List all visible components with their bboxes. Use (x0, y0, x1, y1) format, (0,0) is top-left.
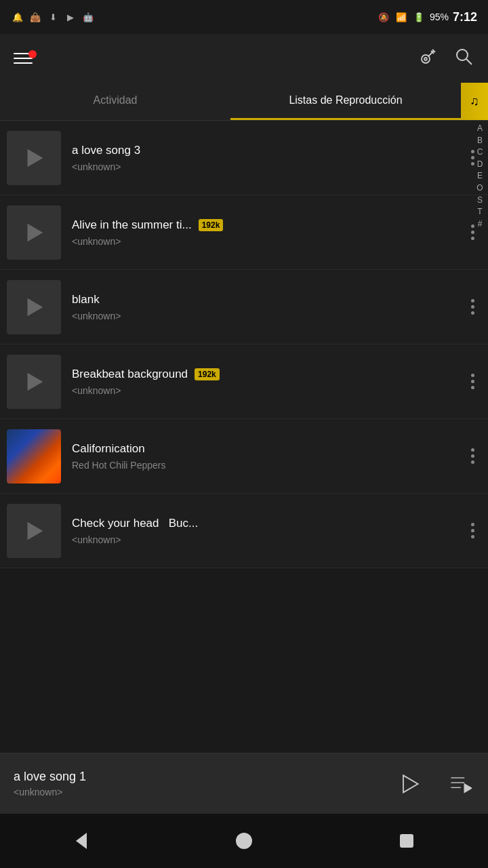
song-thumbnail (7, 355, 61, 409)
battery-percent: 95% (430, 12, 449, 22)
tab-actividad[interactable]: Actividad (0, 83, 230, 120)
list-item[interactable]: a love song 3 <unknown> (0, 121, 488, 195)
song-artist: <unknown> (72, 161, 464, 172)
song-artist: <unknown> (72, 236, 464, 247)
song-info: Californication Red Hot Chili Peppers (72, 442, 464, 471)
guitar-icon[interactable] (418, 45, 439, 72)
alphabet-index: A B C D E O S T # (472, 121, 488, 232)
home-button[interactable] (224, 821, 264, 861)
media-icon: ▶ (64, 10, 77, 24)
battery-icon: 🔋 (412, 10, 426, 24)
download-icon: ⬇ (46, 10, 60, 24)
svg-marker-8 (28, 223, 43, 241)
song-title: Californication (72, 442, 145, 456)
song-thumbnail (7, 131, 61, 185)
svg-marker-17 (76, 833, 87, 849)
quality-badge: 192k (195, 368, 220, 380)
tab-listas[interactable]: Listas de Reproducción (230, 83, 461, 120)
song-info: a love song 3 <unknown> (72, 144, 464, 172)
search-icon[interactable] (453, 45, 474, 72)
notification-dot (28, 50, 37, 58)
svg-point-5 (457, 50, 468, 60)
song-title: a love song 3 (72, 144, 140, 157)
status-icons: 🔔 👜 ⬇ ▶ 🤖 (11, 10, 95, 24)
mute-icon: 🔕 (377, 10, 390, 24)
song-info: Check your head Buc... <unknown> (72, 517, 464, 545)
player-controls (394, 769, 474, 799)
song-info: blank <unknown> (72, 293, 464, 321)
nav-bar (0, 814, 488, 868)
svg-line-6 (466, 59, 472, 64)
notification-icon: 🔔 (11, 10, 24, 24)
svg-rect-19 (401, 835, 413, 847)
top-bar-actions (418, 45, 474, 72)
bottom-player: a love song 1 <unknown> (0, 753, 488, 814)
alpha-hash[interactable]: # (478, 219, 483, 230)
list-item[interactable]: blank <unknown> (0, 270, 488, 344)
song-thumbnail (7, 205, 61, 260)
alpha-t[interactable]: T (477, 207, 482, 218)
status-right: 🔕 📶 🔋 95% 7:12 (377, 10, 477, 24)
alpha-d[interactable]: D (477, 159, 483, 170)
svg-marker-12 (403, 775, 418, 792)
song-title: Breakbeat background (72, 368, 188, 381)
svg-point-18 (237, 833, 251, 848)
svg-marker-9 (28, 298, 43, 316)
song-artist: <unknown> (72, 534, 464, 545)
alpha-c[interactable]: C (477, 147, 483, 158)
alpha-a[interactable]: A (477, 123, 483, 134)
tabs: Actividad Listas de Reproducción ♫ (0, 83, 488, 121)
back-button[interactable] (61, 821, 102, 861)
player-info: a love song 1 <unknown> (14, 770, 394, 797)
more-button[interactable] (464, 292, 481, 321)
song-title: blank (72, 293, 100, 307)
song-title: Check your head Buc... (72, 517, 198, 530)
android-icon: 🤖 (81, 10, 95, 24)
alpha-e[interactable]: E (477, 171, 483, 182)
song-list: a love song 3 <unknown> Alive in the sum… (0, 121, 488, 568)
wifi-icon: 📶 (394, 10, 408, 24)
play-button[interactable] (394, 769, 424, 799)
menu-button[interactable] (14, 53, 33, 64)
svg-marker-10 (28, 372, 43, 391)
alpha-s[interactable]: S (477, 195, 483, 206)
svg-point-1 (424, 58, 427, 60)
player-title: a love song 1 (14, 770, 394, 784)
alpha-b[interactable]: B (477, 136, 483, 146)
svg-marker-11 (28, 521, 43, 540)
list-item[interactable]: Californication Red Hot Chili Peppers (0, 419, 488, 494)
more-button[interactable] (464, 367, 481, 396)
clock: 7:12 (453, 10, 477, 24)
status-bar: 🔔 👜 ⬇ ▶ 🤖 🔕 📶 🔋 95% 7:12 (0, 0, 488, 34)
top-bar (0, 34, 488, 83)
list-item[interactable]: Alive in the summer ti... 192k <unknown> (0, 195, 488, 270)
song-info: Alive in the summer ti... 192k <unknown> (72, 218, 464, 247)
alpha-o[interactable]: O (476, 183, 483, 194)
recent-apps-button[interactable] (386, 821, 427, 861)
song-thumbnail (7, 504, 61, 558)
song-thumbnail (7, 429, 61, 484)
player-artist: <unknown> (14, 787, 394, 797)
song-info: Breakbeat background 192k <unknown> (72, 368, 464, 396)
list-item[interactable]: Breakbeat background 192k <unknown> (0, 344, 488, 419)
bag-icon: 👜 (28, 10, 42, 24)
svg-marker-7 (28, 149, 43, 167)
svg-marker-16 (464, 784, 472, 793)
list-item[interactable]: Check your head Buc... <unknown> (0, 494, 488, 568)
playlist-button[interactable] (445, 769, 474, 799)
song-thumbnail (7, 280, 61, 334)
song-artist: Red Hot Chili Peppers (72, 460, 464, 471)
song-artist: <unknown> (72, 385, 464, 396)
quality-badge: 192k (199, 219, 224, 231)
tab-extra[interactable]: ♫ (461, 83, 488, 120)
song-artist: <unknown> (72, 311, 464, 321)
more-button[interactable] (464, 516, 481, 545)
more-button[interactable] (464, 441, 481, 471)
song-title: Alive in the summer ti... (72, 218, 192, 232)
